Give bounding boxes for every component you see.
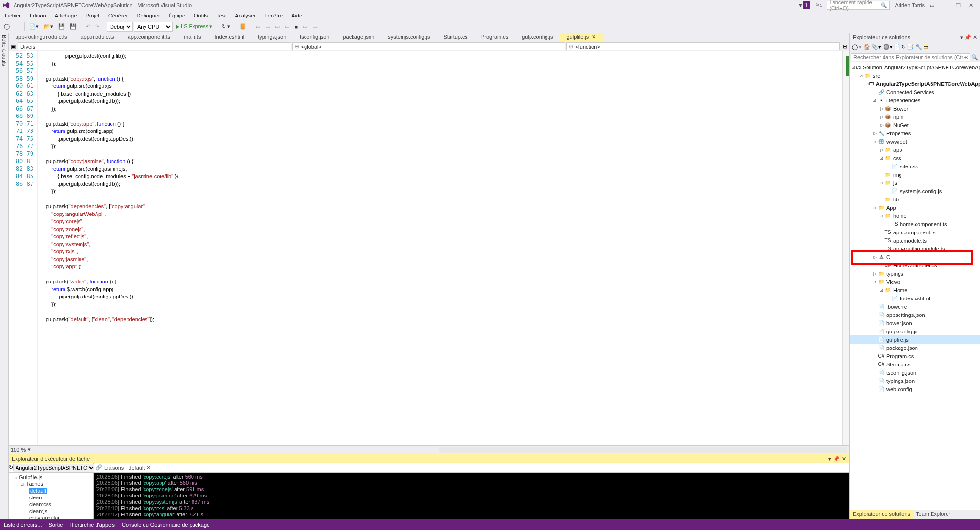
sol-refresh-icon[interactable]: ↻: [901, 44, 906, 50]
doc-tab[interactable]: gulp.config.js: [515, 33, 560, 42]
doc-tab[interactable]: app.component.ts: [121, 33, 177, 42]
user-avatar-icon[interactable]: ▭: [930, 2, 934, 9]
doc-tab[interactable]: main.ts: [177, 33, 208, 42]
config-dropdown[interactable]: Debug: [107, 22, 133, 32]
tree-item[interactable]: ⊿📁home: [850, 212, 980, 220]
menu-edition[interactable]: Edition: [27, 12, 49, 19]
run-button[interactable]: ▶ IIS Express ▾: [174, 22, 214, 31]
tab-solution-explorer[interactable]: Explorateur de solutions: [850, 510, 913, 519]
sol-showall-icon[interactable]: 📄: [894, 44, 900, 50]
notifications-icon[interactable]: 🏳1: [815, 2, 822, 8]
tree-item[interactable]: C#HomeController.cs: [850, 261, 980, 269]
maximize-button[interactable]: ❐: [952, 2, 964, 9]
overview-ruler[interactable]: [842, 51, 849, 445]
sol-pin-icon[interactable]: 📌: [964, 34, 971, 40]
user-name[interactable]: Adrien Torris: [895, 2, 925, 8]
doc-tab[interactable]: tsconfig.json: [293, 33, 336, 42]
tree-item[interactable]: 📄gulpfile.js: [850, 335, 980, 344]
browser-link-button[interactable]: ↻ ▾: [220, 22, 232, 31]
status-item[interactable]: Liste d'erreurs...: [4, 522, 42, 528]
minimize-button[interactable]: —: [939, 2, 952, 9]
tree-item[interactable]: 📄systemjs.config.js: [850, 187, 980, 195]
tree-item[interactable]: 📄Index.cshtml: [850, 294, 980, 302]
tree-item[interactable]: ⊿📁App: [850, 203, 980, 212]
doc-tab[interactable]: Startup.cs: [436, 33, 474, 42]
tree-item[interactable]: ⊿▪Dependencies: [850, 96, 980, 104]
scope-type-dropdown[interactable]: ⊕<global>: [292, 42, 566, 50]
toolbox-panel-collapsed[interactable]: Boîte à outils: [0, 33, 9, 519]
extension-button[interactable]: 📙: [238, 22, 248, 31]
task-tree-item[interactable]: ⊿ Gulpfile.js: [10, 474, 92, 480]
sol-house-icon[interactable]: 🏠: [864, 44, 870, 50]
refresh-button[interactable]: ↻: [9, 464, 14, 471]
hscroll[interactable]: [439, 447, 847, 453]
doc-tab[interactable]: app.module.ts: [74, 33, 121, 42]
sol-home-icon[interactable]: ◯: [852, 44, 858, 50]
menu-équipe[interactable]: Équipe: [166, 12, 188, 19]
menu-fenêtre[interactable]: Fenêtre: [261, 12, 286, 19]
menu-test[interactable]: Test: [213, 12, 229, 19]
solution-root[interactable]: ⊿🗂Solution 'Angular2TypeScriptASPNETCore…: [850, 63, 980, 71]
doc-tab[interactable]: systemjs.config.js: [381, 33, 436, 42]
task-tree-item[interactable]: clean: [10, 494, 92, 501]
sol-sync-icon[interactable]: 📎▾: [871, 44, 881, 50]
status-item[interactable]: Sortie: [49, 522, 63, 528]
tree-item[interactable]: TSapp.component.ts: [850, 228, 980, 236]
tree-item[interactable]: ⊿📁Home: [850, 286, 980, 294]
menu-analyser[interactable]: Analyser: [232, 12, 258, 19]
sol-close-icon[interactable]: ✕: [973, 34, 977, 40]
tree-item[interactable]: TSapp-routing.module.ts: [850, 245, 980, 253]
tree-item[interactable]: ▷📦npm: [850, 113, 980, 121]
sol-scope-icon[interactable]: 🔘▾: [883, 44, 893, 50]
tree-item[interactable]: ⊿🗔Angular2TypeScriptASPNETCoreWebApp: [850, 80, 980, 88]
scope-member-dropdown[interactable]: ⊘<function>: [566, 42, 840, 50]
close-button[interactable]: ✕: [964, 2, 977, 9]
solution-tree[interactable]: ⊿🗂Solution 'Angular2TypeScriptASPNETCore…: [850, 62, 980, 510]
tree-item[interactable]: 📄typings.json: [850, 377, 980, 385]
tree-item[interactable]: TSapp.module.ts: [850, 236, 980, 245]
tree-item[interactable]: C#Startup.cs: [850, 360, 980, 368]
doc-tab[interactable]: app-routing.module.ts: [9, 33, 74, 42]
task-tree-item[interactable]: ⊿ Tâches: [10, 480, 92, 487]
fold-column[interactable]: [38, 51, 46, 445]
sol-menu-icon[interactable]: ▾: [960, 34, 963, 40]
tree-item[interactable]: ▷⚠C:: [850, 253, 980, 261]
menu-projet[interactable]: Projet: [82, 12, 102, 19]
tb-btn-4[interactable]: ▭: [283, 22, 291, 31]
menu-outils[interactable]: Outils: [191, 12, 210, 19]
quick-launch-input[interactable]: Lancement rapide (Ctrl+Q)🔍: [827, 1, 890, 10]
tree-item[interactable]: 📁img: [850, 170, 980, 179]
code-editor[interactable]: 52 53 54 55 56 57 58 59 60 61 62 63 64 6…: [9, 51, 849, 445]
tree-item[interactable]: ▷📦NuGet: [850, 121, 980, 129]
solution-search-input[interactable]: [851, 53, 970, 61]
sol-preview-icon[interactable]: ▭: [923, 44, 928, 50]
menu-fichier[interactable]: Fichier: [2, 12, 24, 19]
task-tree-item[interactable]: default: [10, 487, 92, 494]
sol-collapse-icon[interactable]: 📑: [907, 44, 914, 50]
sol-back-icon[interactable]: ▾: [859, 44, 862, 50]
doc-tab[interactable]: package.json: [336, 33, 381, 42]
close-icon[interactable]: ✕: [592, 34, 596, 40]
tb-btn-2[interactable]: ▭: [263, 22, 272, 31]
tree-item[interactable]: 📄package.json: [850, 344, 980, 352]
task-tree-item[interactable]: clean:js: [10, 508, 92, 514]
doc-tab[interactable]: typings.json: [251, 33, 293, 42]
tb-btn-6[interactable]: ▭: [301, 22, 309, 31]
status-item[interactable]: Console du Gestionnaire de package: [122, 522, 209, 528]
tab-team-explorer[interactable]: Team Explorer: [913, 510, 953, 519]
task-tree-item[interactable]: clean:css: [10, 501, 92, 508]
open-button[interactable]: 📂▾: [42, 22, 55, 31]
tb-btn-1[interactable]: ▭: [254, 22, 262, 31]
tree-item[interactable]: ▷📦Bower: [850, 104, 980, 113]
tree-item[interactable]: ⊿🌐wwwroot: [850, 137, 980, 146]
redo-button[interactable]: ↷: [93, 22, 101, 31]
task-project-dropdown[interactable]: Angular2TypeScriptASPNETC: [14, 464, 95, 472]
task-panel-menu-icon[interactable]: ▾: [828, 456, 831, 462]
menu-générer[interactable]: Générer: [105, 12, 130, 19]
platform-dropdown[interactable]: Any CPU: [134, 22, 173, 32]
scope-icon-left[interactable]: ▣: [9, 42, 17, 51]
tree-item[interactable]: 📄tsconfig.json: [850, 368, 980, 377]
tree-item[interactable]: 📄.bowerrc: [850, 302, 980, 311]
tree-item[interactable]: ⊿📁src: [850, 71, 980, 80]
scope-project-dropdown[interactable]: Divers: [18, 42, 291, 50]
